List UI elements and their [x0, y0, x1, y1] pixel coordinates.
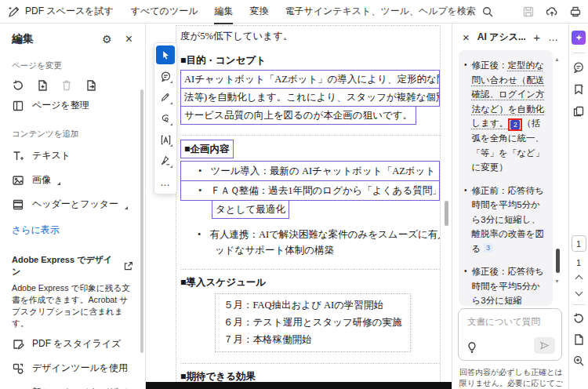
ai-assistant-button[interactable] [572, 31, 586, 45]
doc-bullet-text: ＦＡＱ整備：過去1年間のログから「よくある質問」100項目 [210, 183, 436, 198]
ai-panel-title: AI アシス... [477, 31, 525, 44]
add-image-label: 画像 [32, 173, 51, 187]
section-add-content: コンテンツを追加 [0, 118, 145, 144]
citation-badge-2[interactable]: 2 [510, 120, 520, 129]
adobe-express-label: Adobe Express でデザイン [12, 254, 116, 278]
schedule-line: ５月：FAQ抽出および AIの学習開始 [223, 296, 402, 314]
stylize-pdf-item[interactable]: PDF をスタイライズ [0, 332, 145, 356]
schedule-textbox[interactable]: ５月：FAQ抽出および AIの学習開始 ６月：テスト運用とスタッフ研修の実施 ７… [215, 293, 411, 352]
edit-textbox[interactable]: サービス品質の向上を図るのが本企画の狙いです。 [180, 106, 416, 125]
new-chat-plus-icon[interactable]: + [533, 31, 540, 44]
schedule-line: ７月：本格稼働開始 [223, 331, 402, 348]
rotate-page-icon[interactable] [12, 79, 24, 92]
nav-edit[interactable]: 編集 [214, 0, 233, 24]
scroll-down-arrow-icon[interactable]: ▼ [554, 278, 560, 284]
header-footer-item[interactable]: ヘッダーとフッター [0, 192, 145, 216]
sidebar-scrollbar[interactable] [140, 89, 143, 353]
ai-response-text: 修正後：定型的な問い合わせ（配送確認、ログイン方法など）を自動化します。2（括弧… [472, 58, 548, 175]
organize-pages-icon [12, 100, 24, 112]
delete-page-icon [60, 79, 73, 92]
zoom-in-icon[interactable] [572, 354, 585, 367]
close-panel-icon[interactable]: × [125, 33, 132, 45]
lasso-tool-button[interactable] [156, 109, 175, 128]
doc-heading-plan[interactable]: ■企画内容 [180, 140, 234, 158]
sidebar-header: 編集 ⚙ × [0, 24, 145, 49]
doc-text-line[interactable]: 度が5%低下しています。 [180, 30, 440, 43]
add-text-icon [12, 150, 24, 162]
stylize-pdf-label: PDF をスタイライズ [32, 337, 121, 351]
ai-panel-scrollbar[interactable] [556, 249, 560, 273]
edit-textbox[interactable]: •ツール導入：最新の AIチャットボット「AZボット」の実装 [180, 161, 440, 181]
divider [573, 53, 585, 53]
doc-text-line[interactable]: ッドなサポート体制の構築 [180, 242, 440, 258]
pages-thumbnails-icon[interactable] [572, 105, 585, 118]
save-icon[interactable] [522, 5, 535, 18]
more-tools-button[interactable]: … [156, 173, 175, 191]
design-tools-icon [12, 362, 24, 375]
edit-textbox[interactable]: •ＦＡＱ整備：過去1年間のログから「よくある質問」100項目 [180, 180, 440, 201]
ai-response-bullet: • 修正前：応答待ち時間を平均5分から3分に短縮し、離脱率の改善を図る 3 [464, 184, 548, 256]
right-tool-strip: 1 1 [568, 24, 588, 389]
citation-badge-3[interactable]: 3 [484, 243, 493, 253]
edit-textbox[interactable]: AIチャットボット「AZボット」の導入により、定形的な問い合わせ [180, 70, 440, 89]
bullet-icon: • [464, 184, 467, 256]
ai-response-text: 修正前：応答待ち時間を平均5分から3分に短縮し、離脱率の改善を図る 3 [472, 184, 548, 256]
organize-pages-item[interactable]: ページを整理 [0, 93, 145, 118]
nav-convert[interactable]: 変換 [249, 0, 268, 24]
pdf-spaces-label: PDF スペースを試す [25, 5, 114, 18]
suggestions-bulb-icon[interactable] [466, 341, 478, 354]
current-page-input[interactable]: 1 [572, 235, 586, 252]
extract-page-icon[interactable] [85, 79, 97, 92]
add-text-item[interactable]: テキスト [0, 144, 145, 168]
print-icon[interactable] [569, 5, 582, 18]
upload-cloud-icon[interactable] [546, 5, 558, 18]
nav-all-tools[interactable]: すべてのツール [131, 0, 198, 24]
global-search[interactable]: テキスト、ツール、ヘルプを検索 [332, 5, 494, 18]
select-tool-button[interactable] [156, 45, 175, 64]
bullet-icon: • [198, 163, 201, 179]
edit-textbox[interactable]: 法等)を自動化します。これにより、スタッフが複雑な個別案件へ集 [180, 88, 440, 107]
previous-page-chevron-icon[interactable] [575, 275, 583, 283]
pdf-spaces-button[interactable]: PDF スペースを試す [8, 5, 114, 18]
recognize-text-tool-button[interactable] [156, 130, 175, 149]
add-image-item[interactable]: 画像 [0, 168, 145, 192]
comment-tool-button[interactable] [156, 67, 175, 85]
ai-response-text: 修正後：応答待ち時間を平均5分から3分に短縮 [472, 264, 548, 306]
design-tools-item[interactable]: デザインツールを使用 [0, 356, 145, 380]
external-link-icon[interactable] [123, 261, 133, 271]
document-scrollbar[interactable] [445, 201, 448, 226]
ai-assistant-panel: × AI アシス... + … • 修正後：定型的な問い合わせ（配送確認、ログイ… [452, 24, 568, 389]
doc-heading-purpose[interactable]: ■目的・コンセプト [180, 53, 440, 67]
fill-sign-tool-button[interactable] [156, 151, 175, 170]
draw-tool-button[interactable] [156, 88, 175, 107]
close-icon[interactable]: × [463, 31, 470, 43]
show-more-link[interactable]: さらに表示 [0, 216, 145, 242]
sidebar-title: 編集 [12, 32, 102, 46]
doc-section-plan: ■企画内容 •ツール導入：最新の AIチャットボット「AZボット」の実装 •ＦＡ… [180, 135, 440, 258]
design-new-page-label: 新しいページをデザイン [32, 386, 133, 389]
scroll-up-arrow-icon[interactable]: ▲ [554, 56, 560, 62]
bookmarks-panel-icon[interactable] [572, 83, 585, 96]
edit-textbox[interactable]: タとして最適化 [212, 200, 289, 219]
overflow-menu-icon[interactable]: … [548, 31, 559, 43]
bullet-icon: • [198, 183, 201, 198]
organize-pages-label: ページを整理 [32, 99, 89, 112]
quick-actions [522, 5, 582, 18]
settings-gear-icon[interactable]: ⚙ [102, 33, 112, 45]
comments-panel-icon[interactable] [572, 61, 585, 74]
doc-bullet[interactable]: •有人連携：AIで解決困難な案件のみをスムーズに有人チャッ [180, 227, 440, 242]
doc-bullet-text: ツール導入：最新の AIチャットボット「AZボット」の実装 [210, 163, 436, 179]
bottom-bar [146, 382, 452, 389]
rotate-view-icon[interactable] [572, 312, 585, 325]
insert-page-icon[interactable] [36, 79, 49, 92]
doc-heading-effects[interactable]: ■期待できる効果 [180, 369, 440, 382]
doc-heading-schedule[interactable]: ■導入スケジュール [180, 275, 440, 289]
search-icon [481, 5, 494, 18]
nav-esign[interactable]: 電子サイン [285, 0, 332, 24]
ai-panel-header: × AI アシス... + … [452, 24, 568, 48]
send-button[interactable] [534, 337, 555, 354]
page-view-icon[interactable] [572, 333, 585, 346]
ai-question-input[interactable]: 文書について質問 [458, 308, 562, 361]
design-new-page-item[interactable]: 新しいページをデザイン [0, 380, 145, 389]
next-page-chevron-icon[interactable] [575, 289, 583, 296]
